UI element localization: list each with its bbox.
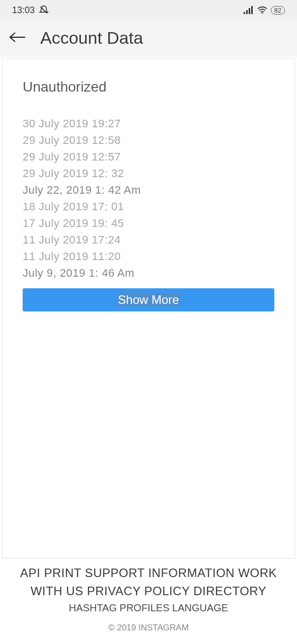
date-entry: 11 July 2019 11:20: [23, 248, 274, 265]
show-more-button[interactable]: Show More: [23, 288, 274, 311]
section-title: Unauthorized: [23, 79, 274, 95]
svg-rect-2: [249, 8, 250, 14]
do-not-disturb-icon: [39, 5, 49, 15]
footer-copyright: © 2019 INSTAGRAM: [5, 623, 292, 633]
battery-indicator: 82: [271, 6, 285, 15]
date-entry: July 22, 2019 1: 42 Am: [23, 182, 274, 198]
date-entry: July 9, 2019 1: 46 Am: [23, 265, 274, 281]
date-entry: 18 July 2019 17: 01: [23, 198, 274, 215]
svg-rect-1: [246, 10, 248, 14]
date-entry: 29 July 2019 12:58: [23, 132, 274, 148]
footer-links-1[interactable]: API PRINT SUPPORT INFORMATION WORK WITH …: [5, 564, 292, 600]
app-header: Account Data: [0, 20, 297, 56]
date-entry: 17 July 2019 19: 45: [23, 215, 274, 231]
date-entry: 29 July 2019 12:57: [23, 148, 274, 165]
footer-links-2[interactable]: HASHTAG PROFILES LANGUAGE: [5, 602, 292, 614]
back-arrow-icon[interactable]: [9, 31, 26, 46]
svg-rect-3: [251, 6, 253, 14]
date-entry: 11 July 2019 17:24: [23, 231, 274, 248]
svg-point-4: [261, 13, 262, 14]
footer: API PRINT SUPPORT INFORMATION WORK WITH …: [0, 556, 297, 644]
date-entry: 29 July 2019 12: 32: [23, 165, 274, 182]
status-bar: 13:03 82: [0, 0, 297, 20]
signal-icon: [244, 6, 254, 14]
wifi-icon: [257, 6, 268, 14]
date-list: 30 July 2019 19:2729 July 2019 12:5829 J…: [23, 115, 274, 281]
content-card: Unauthorized 30 July 2019 19:2729 July 2…: [2, 58, 295, 558]
page-title: Account Data: [40, 28, 143, 48]
status-time: 13:03: [12, 5, 35, 16]
date-entry: 30 July 2019 19:27: [23, 115, 274, 132]
svg-rect-0: [244, 12, 245, 14]
